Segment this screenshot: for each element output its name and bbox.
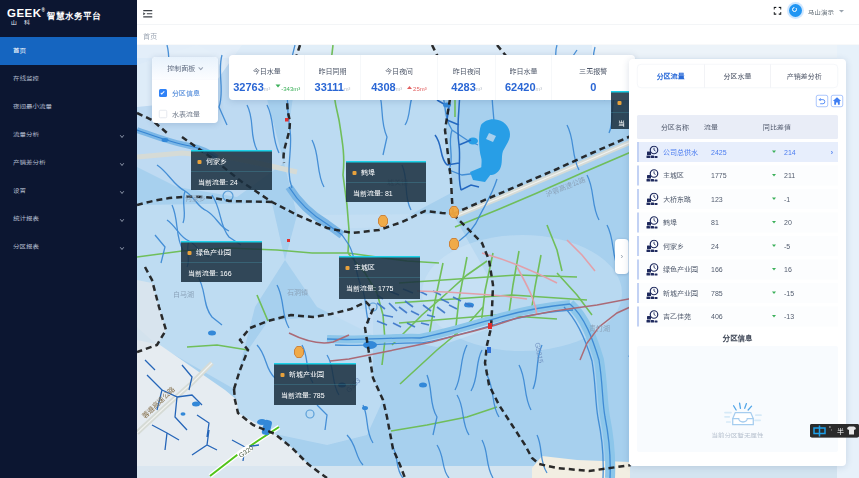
svg-text:青竹湖: 青竹湖: [589, 324, 610, 333]
svg-text:°,: °,: [829, 426, 832, 431]
svg-text:石洞镇: 石洞镇: [287, 288, 308, 297]
svg-text:何家乡: 何家乡: [185, 195, 206, 203]
svg-text:白马湖: 白马湖: [173, 290, 194, 299]
svg-text:半: 半: [837, 428, 844, 435]
